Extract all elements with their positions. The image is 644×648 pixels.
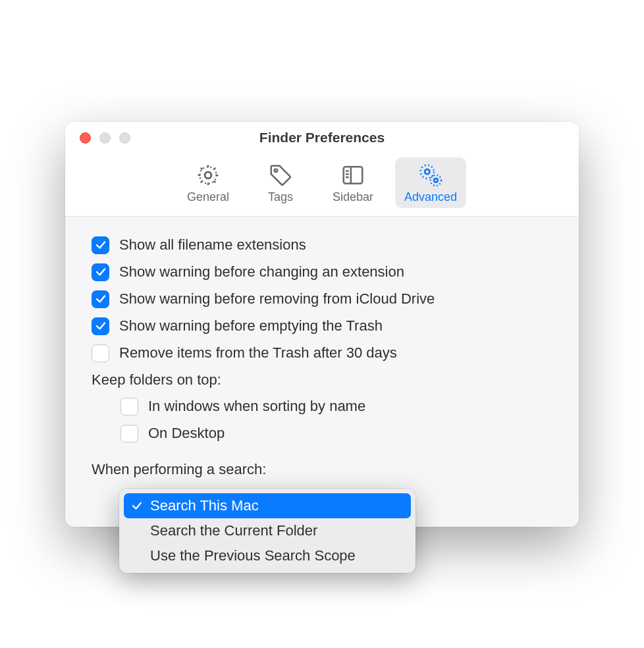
option-label: Show warning before changing an extensio…	[119, 263, 404, 281]
checkbox-folders-on-desktop[interactable]	[121, 425, 138, 443]
svg-point-9	[421, 165, 434, 178]
checkbox-folders-in-windows[interactable]	[121, 398, 138, 416]
tab-tags[interactable]: Tags	[250, 157, 311, 208]
keep-folders-label: Keep folders on top:	[92, 371, 552, 389]
sidebar-icon	[339, 161, 367, 189]
checkbox-remove-30-days[interactable]	[92, 344, 109, 362]
preferences-window: Finder Preferences General	[65, 122, 579, 527]
checkbox-show-extensions[interactable]	[92, 236, 109, 254]
menu-item-previous-scope[interactable]: Use the Previous Search Scope	[124, 543, 411, 568]
zoom-window-button[interactable]	[119, 132, 130, 144]
menu-item-search-current-folder[interactable]: Search the Current Folder	[124, 518, 411, 543]
search-section-label: When performing a search:	[92, 461, 552, 478]
svg-point-10	[425, 169, 429, 174]
search-scope-dropdown: Search This Mac Search the Current Folde…	[119, 489, 416, 573]
content-pane: Show all filename extensions Show warnin…	[65, 217, 579, 527]
checkbox-warn-empty-trash[interactable]	[92, 317, 109, 335]
toolbar: General Tags Sidebar	[65, 153, 579, 217]
checkmark-icon	[130, 500, 144, 512]
menu-item-label: Search This Mac	[150, 497, 259, 514]
svg-point-3	[275, 169, 277, 171]
gears-icon	[417, 161, 444, 189]
tag-icon	[267, 161, 294, 189]
close-window-button[interactable]	[80, 132, 91, 144]
window-controls	[80, 132, 130, 144]
option-label: Show warning before removing from iCloud…	[119, 290, 435, 308]
option-label: On Desktop	[148, 425, 225, 442]
tab-sidebar[interactable]: Sidebar	[323, 157, 383, 208]
minimize-window-button[interactable]	[99, 132, 111, 144]
svg-rect-4	[344, 167, 363, 183]
tab-advanced[interactable]: Advanced	[395, 157, 466, 208]
menu-item-label: Use the Previous Search Scope	[150, 547, 356, 564]
svg-point-12	[434, 178, 438, 182]
checkbox-warn-change-extension[interactable]	[92, 263, 109, 281]
menu-item-label: Search the Current Folder	[150, 522, 317, 539]
tab-label: Advanced	[404, 190, 457, 204]
checkbox-warn-icloud-remove[interactable]	[92, 290, 109, 308]
option-label: Show warning before emptying the Trash	[119, 317, 383, 335]
tab-general[interactable]: General	[178, 157, 238, 208]
window-title: Finder Preferences	[65, 130, 579, 146]
svg-point-11	[431, 175, 441, 185]
svg-point-2	[205, 172, 211, 178]
option-label: Remove items from the Trash after 30 day…	[119, 344, 397, 362]
gear-icon	[194, 161, 222, 189]
menu-item-search-this-mac[interactable]: Search This Mac	[124, 493, 411, 518]
option-label: In windows when sorting by name	[148, 398, 365, 415]
tab-label: Tags	[268, 190, 293, 204]
titlebar: Finder Preferences	[65, 122, 579, 153]
option-label: Show all filename extensions	[119, 236, 306, 254]
tab-label: Sidebar	[333, 190, 373, 204]
tab-label: General	[187, 190, 229, 204]
